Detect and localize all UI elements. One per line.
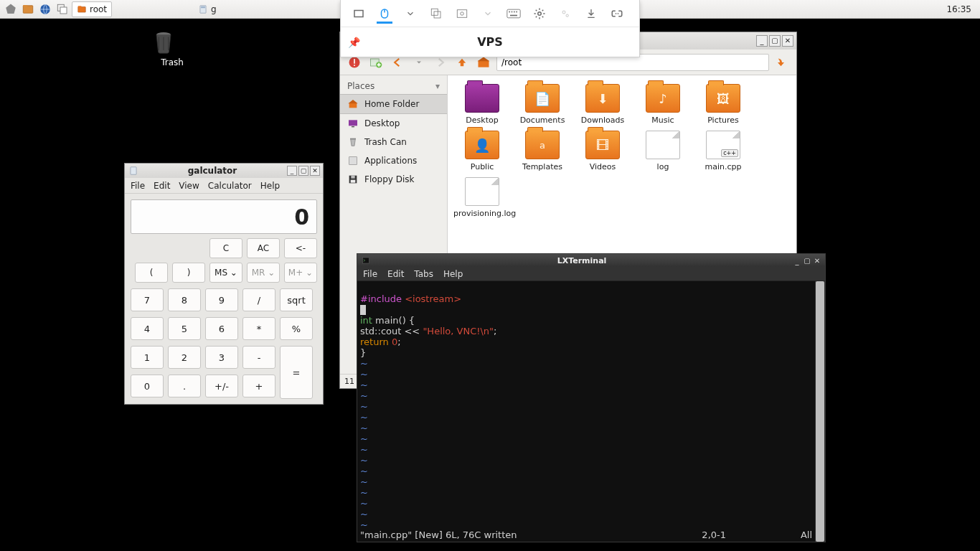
taskbar-clock[interactable]: 16:35 (941, 4, 977, 14)
menu-edit[interactable]: Edit (154, 181, 170, 191)
btn-mem-plus[interactable]: M+ ⌄ (284, 263, 317, 283)
gear-icon[interactable] (532, 6, 547, 22)
btn-divide[interactable]: / (242, 288, 275, 311)
pin-icon[interactable]: 📌 (348, 37, 360, 48)
btn-percent[interactable]: % (280, 317, 313, 340)
btn-2[interactable]: 2 (168, 346, 201, 369)
btn-decimal[interactable]: . (168, 375, 201, 397)
btn-8[interactable]: 8 (168, 288, 201, 311)
sidebar-item-trash[interactable]: Trash Can (340, 133, 447, 151)
keyboard-icon[interactable] (506, 6, 522, 22)
minimize-button[interactable]: _ (792, 255, 802, 265)
btn-subtract[interactable]: - (242, 346, 275, 369)
btn-6[interactable]: 6 (205, 317, 238, 340)
window-title: LXTerminal (372, 256, 792, 265)
chevron-down-icon[interactable] (402, 6, 418, 22)
btn-5[interactable]: 5 (168, 317, 201, 340)
code-token: main() { (372, 315, 415, 326)
svg-point-23 (562, 11, 565, 14)
terminal-scrollbar[interactable] (815, 281, 825, 542)
chevron-down-icon[interactable]: ▾ (435, 81, 440, 91)
maximize-button[interactable]: ▢ (802, 255, 812, 265)
folder-public[interactable]: 👤Public (452, 129, 512, 173)
btn-paren-open[interactable]: ( (135, 263, 168, 283)
path-input[interactable] (501, 57, 764, 67)
scrollbar-thumb[interactable] (816, 281, 824, 542)
folder-downloads[interactable]: ⬇Downloads (573, 83, 633, 126)
menu-help[interactable]: Help (260, 181, 280, 191)
menu-edit[interactable]: Edit (387, 269, 404, 279)
btn-plus-minus[interactable]: +/- (205, 375, 238, 397)
sidebar-item-desktop[interactable]: Desktop (340, 114, 447, 133)
close-button[interactable]: ✕ (310, 166, 320, 176)
disconnect-icon[interactable] (609, 6, 625, 22)
file-log[interactable]: log (633, 129, 693, 173)
svg-rect-33 (349, 120, 357, 126)
novnc-pointer-icon[interactable] (377, 8, 392, 24)
minimize-button[interactable]: _ (287, 166, 297, 176)
calculator-icon (128, 165, 139, 176)
folder-templates[interactable]: aTemplates (512, 129, 573, 173)
home-icon (347, 98, 359, 110)
btn-sqrt[interactable]: sqrt (280, 288, 313, 311)
btn-add[interactable]: + (242, 375, 275, 397)
file-main-cpp[interactable]: c++main.cpp (693, 129, 753, 173)
btn-9[interactable]: 9 (205, 288, 238, 311)
menu-calculator[interactable]: Calculator (208, 181, 252, 191)
download-icon[interactable] (583, 6, 599, 22)
desktop-trash[interactable]: Trash (149, 29, 195, 67)
maximize-button[interactable]: ▢ (769, 35, 781, 47)
folder-videos[interactable]: 🎞Videos (573, 129, 633, 173)
desktop-trash-label: Trash (149, 57, 195, 67)
novnc-windows-icon[interactable] (428, 6, 444, 22)
minimize-button[interactable]: _ (756, 35, 768, 47)
terminal-screen[interactable]: #include <iostream> int main() { std::co… (357, 281, 825, 542)
app-menu-icon[interactable] (3, 1, 19, 17)
menu-file[interactable]: File (131, 181, 145, 191)
folder-desktop[interactable]: Desktop (452, 83, 512, 126)
code-token: } (360, 347, 366, 358)
calculator-titlebar[interactable]: galculator _ ▢ ✕ (125, 164, 323, 178)
taskbar-entry-galculator[interactable]: g (194, 1, 221, 17)
btn-equals[interactable]: = (280, 346, 313, 399)
btn-mem-store[interactable]: MS ⌄ (209, 263, 242, 283)
btn-4[interactable]: 4 (131, 317, 164, 340)
btn-7[interactable]: 7 (131, 288, 164, 311)
sidebar-item-floppy[interactable]: Floppy Disk (340, 170, 447, 189)
btn-multiply[interactable]: * (242, 317, 275, 340)
menu-view[interactable]: View (179, 181, 199, 191)
menu-tabs[interactable]: Tabs (414, 269, 433, 279)
btn-mem-recall[interactable]: MR ⌄ (247, 263, 280, 283)
folder-pictures[interactable]: 🖼Pictures (693, 83, 753, 126)
maximize-button[interactable]: ▢ (298, 166, 308, 176)
gears-small-icon[interactable] (557, 6, 573, 22)
close-button[interactable]: ✕ (782, 35, 793, 47)
btn-clear[interactable]: C (209, 238, 242, 258)
btn-all-clear[interactable]: AC (247, 238, 280, 258)
close-button[interactable]: ✕ (812, 255, 822, 265)
btn-0[interactable]: 0 (131, 375, 164, 397)
sidebar-item-home[interactable]: Home Folder (340, 94, 447, 114)
btn-1[interactable]: 1 (131, 346, 164, 369)
btn-3[interactable]: 3 (205, 346, 238, 369)
taskbar-entry-root[interactable]: root (72, 1, 112, 17)
menu-help[interactable]: Help (443, 269, 463, 279)
btn-backspace[interactable]: <- (284, 238, 317, 258)
menu-file[interactable]: File (363, 269, 377, 279)
window-title: galculator (139, 166, 286, 176)
file-manager-launcher-icon[interactable] (20, 1, 36, 17)
folder-documents[interactable]: 📄Documents (512, 83, 573, 126)
file-provisioning-log[interactable]: provisioning.log (452, 176, 512, 220)
web-browser-launcher-icon[interactable] (37, 1, 53, 17)
folder-music[interactable]: ♪Music (633, 83, 693, 126)
terminal-titlebar[interactable]: LXTerminal _ ▢ ✕ (357, 254, 825, 267)
minimize-all-icon[interactable] (55, 1, 70, 17)
svg-rect-12 (431, 9, 438, 15)
path-go-icon[interactable] (773, 54, 791, 71)
chevron-down-icon[interactable] (480, 6, 496, 22)
svg-rect-6 (78, 6, 82, 7)
sidebar-item-applications[interactable]: Applications (340, 151, 447, 170)
novnc-viewport-drag-icon[interactable] (351, 6, 367, 22)
btn-paren-close[interactable]: ) (172, 263, 205, 283)
novnc-zoom-icon[interactable] (454, 6, 470, 22)
